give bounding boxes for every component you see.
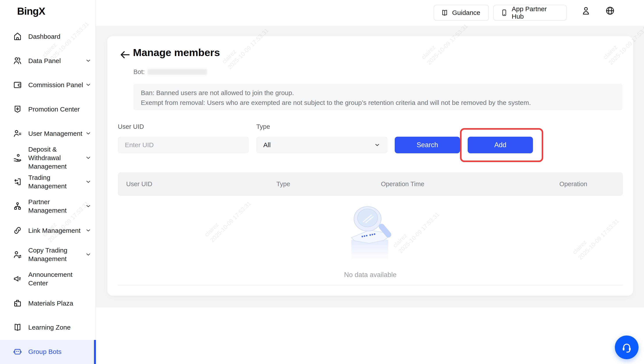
table-bottom-divider (118, 285, 623, 285)
chevron-down-icon (85, 82, 91, 88)
sidebar-item-learning-zone[interactable]: Learning Zone (12, 322, 91, 332)
sidebar-item-promotion-center[interactable]: Promotion Center (12, 104, 91, 114)
sidebar-item-link-management[interactable]: Link Management (12, 225, 91, 236)
briefcase-icon (12, 298, 22, 308)
sidebar-item-partner-management[interactable]: Partner Management (12, 198, 91, 215)
shield-badge-icon (12, 104, 22, 114)
type-select[interactable]: All (256, 137, 388, 153)
table-header-row: User UID Type Operation Time Operation (118, 172, 623, 196)
sidebar-item-group-bots[interactable]: Group Bots (12, 346, 91, 356)
column-header-operation: Operation (522, 180, 623, 188)
open-book-icon (12, 322, 22, 332)
bingx-logo: BingX (17, 5, 45, 17)
chevron-down-icon (85, 203, 91, 209)
rules-notice: Ban: Banned users are not allowed to joi… (134, 84, 622, 110)
app-partner-hub-button[interactable]: App Partner Hub (493, 5, 567, 20)
sidebar-item-commission-panel[interactable]: Commission Panel (12, 80, 91, 90)
sidebar-item-announcement-center[interactable]: Announcement Center (12, 270, 91, 287)
sidebar-item-materials-plaza[interactable]: Materials Plaza (12, 298, 91, 308)
bot-name-redacted (148, 69, 207, 75)
chevron-down-icon (85, 179, 91, 185)
sidebar-item-deposit-withdrawal[interactable]: Deposit & Withdrawal Management (12, 145, 91, 170)
type-label: Type (256, 123, 270, 130)
robot-icon (12, 346, 22, 356)
back-arrow-icon[interactable] (120, 49, 131, 60)
sidebar-divider (96, 0, 96, 364)
transfer-arrows-icon (12, 177, 22, 187)
sidebar-item-trading-management[interactable]: Trading Management (12, 173, 91, 190)
user-arrows-icon (12, 250, 22, 260)
chevron-down-icon (85, 130, 91, 136)
sidebar-item-data-panel[interactable]: Data Panel (12, 56, 91, 66)
add-button[interactable]: Add (468, 137, 533, 153)
megaphone-icon (12, 274, 22, 284)
guidance-button[interactable]: Guidance (434, 5, 489, 20)
org-chart-icon (12, 201, 22, 211)
chevron-down-icon (85, 227, 91, 234)
user-list-icon (12, 128, 22, 138)
hand-coin-icon (12, 153, 22, 163)
no-data-illustration (343, 202, 397, 261)
users-icon (12, 56, 22, 66)
support-fab[interactable] (615, 336, 638, 359)
app-window: clairez2025-10-09 17:53:31 clairez2025-1… (0, 0, 644, 364)
column-header-user-uid: User UID (118, 180, 276, 188)
chevron-down-icon (374, 142, 380, 148)
user-uid-label: User UID (118, 123, 144, 130)
column-header-type: Type (276, 180, 381, 188)
sidebar-item-copy-trading[interactable]: Copy Trading Management (12, 246, 91, 263)
phone-icon (500, 9, 508, 17)
sidebar-item-dashboard[interactable]: Dashboard (12, 31, 91, 42)
guidance-label: Guidance (452, 9, 480, 16)
headset-icon (621, 342, 632, 353)
app-partner-hub-label: App Partner Hub (512, 5, 560, 20)
active-item-indicator (94, 340, 96, 364)
notice-line-ban: Ban: Banned users are not allowed to joi… (141, 88, 615, 98)
chevron-down-icon (85, 58, 91, 64)
page-title: Manage members (133, 46, 220, 58)
chevron-down-icon (85, 252, 91, 258)
home-icon (12, 31, 22, 42)
wallet-icon (12, 80, 22, 90)
column-header-operation-time: Operation Time (381, 180, 522, 188)
empty-state-text: No data available (118, 271, 623, 279)
notice-line-exempt: Exempt from removal: Users who are exemp… (141, 98, 615, 108)
bot-label: Bot: (134, 68, 145, 76)
type-select-value: All (263, 141, 270, 149)
chevron-down-icon (85, 154, 91, 161)
book-icon (441, 9, 448, 17)
globe-icon[interactable] (605, 6, 615, 16)
account-icon[interactable] (581, 6, 591, 16)
bot-info-row: Bot: (134, 68, 207, 76)
link-icon (12, 225, 22, 236)
user-uid-input[interactable] (118, 137, 249, 153)
search-button[interactable]: Search (395, 137, 460, 153)
sidebar-item-user-management[interactable]: User Management (12, 128, 91, 138)
